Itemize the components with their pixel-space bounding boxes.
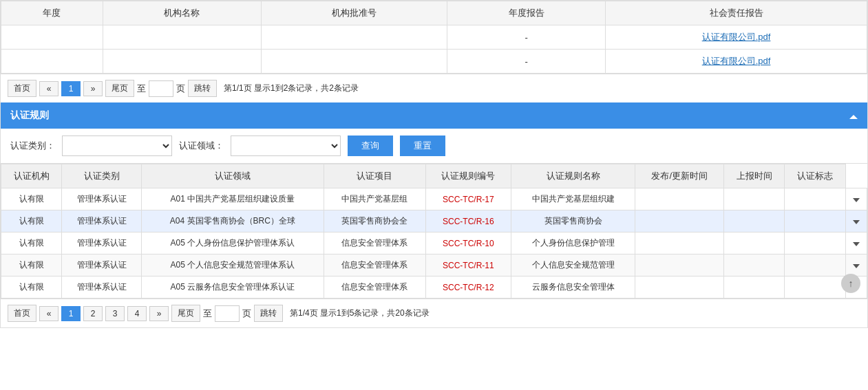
main-col-header: 认证机构 xyxy=(1,164,62,188)
cert-mark-cell xyxy=(785,277,845,299)
rule-no-cell[interactable]: SCC-TC/R-16 xyxy=(426,210,511,232)
top-current-page-btn[interactable]: 1 xyxy=(61,81,81,96)
expand-cell[interactable] xyxy=(845,188,867,210)
expand-icon[interactable] xyxy=(853,264,860,268)
table-row: 认有限管理体系认证A05 个人信息安全规范管理体系认信息安全管理体系SCC-TC… xyxy=(1,254,867,277)
section-title: 认证规则 xyxy=(10,109,49,122)
main-col-header: 认证规则名称 xyxy=(511,164,635,188)
top-last-page-btn[interactable]: 尾页 xyxy=(105,80,134,97)
top-table-cell: - xyxy=(447,50,606,74)
expand-cell[interactable] xyxy=(845,232,867,254)
domain-select[interactable] xyxy=(231,136,341,156)
chevron-up-icon xyxy=(849,115,858,119)
report-time-cell xyxy=(724,188,785,210)
bottom-last-page-btn[interactable]: 尾页 xyxy=(171,305,200,322)
domain-cell: A05 云服务信息安全管理体系认证 xyxy=(141,277,324,299)
bottom-page-label: 页 xyxy=(242,307,251,320)
bottom-page-input[interactable] xyxy=(215,305,240,322)
table-row: -认证有限公司.pdf xyxy=(1,25,867,50)
scroll-up-button[interactable]: ↑ xyxy=(841,274,860,293)
domain-cell: A05 个人身份信息保护管理体系认 xyxy=(141,232,324,254)
query-button[interactable]: 查询 xyxy=(348,136,393,156)
filter-bar: 认证类别： 认证领域： 查询 重置 xyxy=(1,129,867,164)
rule-name-cell: 个人信息安全规范管理 xyxy=(511,254,635,277)
domain-label: 认证领域： xyxy=(179,140,224,152)
report-time-cell xyxy=(724,232,785,254)
report-time-cell xyxy=(724,254,785,277)
bottom-page-3-btn[interactable]: 3 xyxy=(105,306,125,321)
publish-time-cell xyxy=(635,188,724,210)
bottom-page-2-btn[interactable]: 2 xyxy=(83,306,103,321)
bottom-next-page-btn[interactable]: » xyxy=(149,306,169,321)
top-prev-page-btn[interactable]: « xyxy=(39,81,59,96)
rule-no-link[interactable]: SCC-TC/R-11 xyxy=(443,261,494,270)
rule-no-link[interactable]: SCC-TC/R-10 xyxy=(443,239,494,248)
table-row: -认证有限公司.pdf xyxy=(1,50,867,74)
rule-no-cell[interactable]: SCC-TC/R-17 xyxy=(426,188,511,210)
reset-button[interactable]: 重置 xyxy=(400,136,445,156)
project-cell: 信息安全管理体系 xyxy=(324,254,425,277)
type-label: 认证类别： xyxy=(10,140,55,152)
main-col-header: 认证规则编号 xyxy=(426,164,511,188)
cert-mark-cell xyxy=(785,188,845,210)
top-next-page-btn[interactable]: » xyxy=(83,81,103,96)
bottom-jump-btn[interactable]: 跳转 xyxy=(254,305,283,322)
rule-no-cell[interactable]: SCC-TC/R-11 xyxy=(426,254,511,277)
expand-cell[interactable] xyxy=(845,210,867,232)
project-cell: 英国零售商协会全 xyxy=(324,210,425,232)
top-table-cell: - xyxy=(447,25,606,50)
top-page-input[interactable] xyxy=(149,80,173,97)
bottom-pagination: 首页 « 1 2 3 4 » 尾页 至 页 跳转 第1/4页 显示1到5条记录，… xyxy=(1,299,867,327)
top-table-cell xyxy=(1,25,103,50)
rule-no-link[interactable]: SCC-TC/R-16 xyxy=(443,217,494,226)
csr-report-link[interactable]: 认证有限公司.pdf xyxy=(702,56,771,66)
org-cell: 认有限 xyxy=(1,277,62,299)
rule-no-cell[interactable]: SCC-TC/R-10 xyxy=(426,232,511,254)
main-col-header: 上报时间 xyxy=(724,164,785,188)
cert-mark-cell xyxy=(785,210,845,232)
bottom-page-4-btn[interactable]: 4 xyxy=(127,306,147,321)
publish-time-cell xyxy=(635,277,724,299)
main-col-header: 认证类别 xyxy=(62,164,142,188)
report-time-cell xyxy=(724,277,785,299)
rule-no-cell[interactable]: SCC-TC/R-12 xyxy=(426,277,511,299)
col-approval-no: 机构批准号 xyxy=(261,1,447,25)
top-pagination: 首页 « 1 » 尾页 至 页 跳转 第1/1页 显示1到2条记录，共2条记录 xyxy=(1,74,867,102)
project-cell: 信息安全管理体系 xyxy=(324,277,425,299)
rule-name-cell: 中国共产党基层组织建 xyxy=(511,188,635,210)
top-first-page-btn[interactable]: 首页 xyxy=(8,80,36,97)
bottom-prev-page-btn[interactable]: « xyxy=(39,306,59,321)
publish-time-cell xyxy=(635,232,724,254)
table-row: 认有限管理体系认证A01 中国共产党基层组织建设质量中国共产党基层组SCC-TC… xyxy=(1,188,867,210)
type-cell: 管理体系认证 xyxy=(62,232,142,254)
section-header[interactable]: 认证规则 xyxy=(1,102,867,129)
domain-cell: A01 中国共产党基层组织建设质量 xyxy=(141,188,324,210)
csr-report-link[interactable]: 认证有限公司.pdf xyxy=(702,32,771,42)
expand-icon[interactable] xyxy=(853,198,860,202)
expand-icon[interactable] xyxy=(853,220,860,224)
bottom-first-page-btn[interactable]: 首页 xyxy=(8,305,36,322)
bottom-page-info: 第1/4页 显示1到5条记录，共20条记录 xyxy=(290,307,430,319)
col-annual-report: 年度报告 xyxy=(447,1,606,25)
collapse-icon xyxy=(849,111,858,121)
rule-no-link[interactable]: SCC-TC/R-12 xyxy=(443,283,494,292)
type-cell: 管理体系认证 xyxy=(62,210,142,232)
top-table: 年度 机构名称 机构批准号 年度报告 社会责任报告 -认证有限公司.pdf-认证… xyxy=(1,1,867,74)
expand-cell[interactable] xyxy=(845,254,867,277)
main-col-header: 认证领域 xyxy=(141,164,324,188)
project-cell: 中国共产党基层组 xyxy=(324,188,425,210)
top-jump-btn[interactable]: 跳转 xyxy=(188,80,217,97)
bottom-page-1-btn[interactable]: 1 xyxy=(61,306,81,321)
table-row: 认有限管理体系认证A04 英国零售商协会（BRC）全球英国零售商协会全SCC-T… xyxy=(1,210,867,232)
main-col-header: 认证标志 xyxy=(785,164,845,188)
rule-no-link[interactable]: SCC-TC/R-17 xyxy=(443,195,494,204)
expand-icon[interactable] xyxy=(853,242,860,246)
top-table-cell xyxy=(103,50,261,74)
table-row: 认有限管理体系认证A05 个人身份信息保护管理体系认信息安全管理体系SCC-TC… xyxy=(1,232,867,254)
table-row: 认有限管理体系认证A05 云服务信息安全管理体系认证信息安全管理体系SCC-TC… xyxy=(1,277,867,299)
main-col-header: 认证项目 xyxy=(324,164,425,188)
type-select[interactable] xyxy=(62,136,172,156)
top-table-cell xyxy=(261,25,447,50)
rule-name-cell: 英国零售商协会 xyxy=(511,210,635,232)
publish-time-cell xyxy=(635,254,724,277)
